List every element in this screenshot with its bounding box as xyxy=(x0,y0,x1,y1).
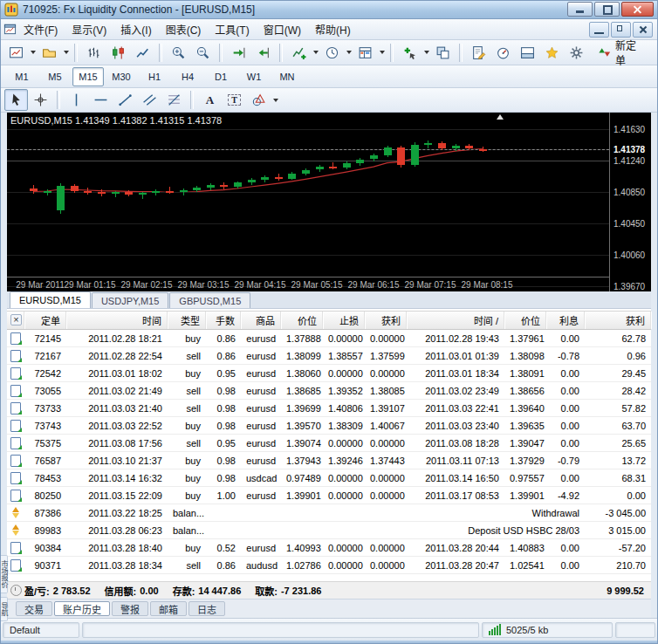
table-row[interactable]: 737332011.03.03 21:40sell0.98eurusd1.396… xyxy=(7,400,651,417)
zoom-in-button[interactable] xyxy=(167,42,190,64)
table-row[interactable]: 784532011.03.14 16:32buy0.98usdcad0.9748… xyxy=(7,469,651,487)
column-header-5[interactable]: 价位 xyxy=(281,312,323,329)
profiles-dropdown-caret[interactable] xyxy=(62,43,70,63)
add-indicator-button[interactable] xyxy=(398,42,422,64)
table-row[interactable]: 903842011.03.28 18:40buy0.52eurusd1.4099… xyxy=(7,539,651,557)
table-row[interactable]: 753752011.03.08 17:56sell0.95eurusd1.390… xyxy=(7,435,651,452)
table-row[interactable]: 721452011.02.28 18:21buy0.86eurusd1.3788… xyxy=(7,330,651,347)
minimize-button[interactable] xyxy=(567,2,593,17)
column-header-0[interactable]: 定单 xyxy=(24,312,66,329)
profiles-button[interactable] xyxy=(38,42,61,64)
table-row[interactable]: 873862011.03.22 18:25balan...Withdrawal-… xyxy=(7,504,651,522)
zoom-out-button[interactable] xyxy=(191,42,215,64)
chart-tab-gbpusd-m15[interactable]: GBPUSD,M15 xyxy=(169,292,250,308)
column-header-4[interactable]: 商品 xyxy=(241,312,281,329)
profile-indicator[interactable]: Default xyxy=(3,622,79,638)
column-header-11[interactable]: 获利 xyxy=(585,312,651,329)
bar-chart-button[interactable] xyxy=(82,42,106,64)
fibonacci-tool-button[interactable] xyxy=(162,89,186,111)
table-row[interactable]: 721672011.02.28 22:54sell0.86eurusd1.380… xyxy=(7,347,651,365)
mdi-restore-button[interactable] xyxy=(611,22,631,38)
menu-item-help[interactable]: 帮助(H) xyxy=(308,19,358,39)
table-row[interactable]: 903712011.03.28 18:34sell0.86audusd1.027… xyxy=(7,557,651,574)
periods-dropdown-caret[interactable] xyxy=(345,43,353,63)
menu-item-file[interactable]: 文件(F) xyxy=(17,19,65,39)
timeframe-h1[interactable]: H1 xyxy=(139,67,170,86)
channel-tool-button[interactable] xyxy=(138,89,161,111)
price-scale[interactable]: 1.416301.413781.412401.408501.404501.400… xyxy=(609,113,651,291)
crosshair-tool-button[interactable] xyxy=(29,89,52,111)
chart-tab-usdjpy-m15[interactable]: USDJPY,M15 xyxy=(92,292,168,308)
timeframe-w1[interactable]: W1 xyxy=(238,67,270,86)
table-row[interactable]: 725422011.03.01 18:02buy0.95eurusd1.3806… xyxy=(7,365,651,382)
menu-item-view[interactable]: 显示(V) xyxy=(65,19,113,39)
new-chart-button[interactable] xyxy=(4,42,28,64)
chart-shift-button[interactable] xyxy=(251,42,275,64)
text-tool-button[interactable]: A xyxy=(198,89,222,111)
terminal-close-button[interactable]: × xyxy=(10,314,22,325)
chart-plot[interactable] xyxy=(7,113,609,277)
column-header-8[interactable]: 时间 / xyxy=(407,312,504,329)
close-button[interactable] xyxy=(621,2,654,17)
new-chart-dropdown-caret[interactable] xyxy=(29,43,37,63)
menu-item-charts[interactable]: 图表(C) xyxy=(159,19,209,39)
table-row[interactable]: 802502011.03.15 22:09buy1.00eurusd1.3990… xyxy=(7,487,651,504)
column-header-1[interactable]: 时间 xyxy=(66,312,168,329)
add-indicator-dropdown-caret[interactable] xyxy=(422,43,430,63)
shapes-dropdown-caret[interactable] xyxy=(271,90,279,110)
auto-scroll-button[interactable] xyxy=(227,42,250,64)
timeframe-m15[interactable]: M15 xyxy=(72,67,104,86)
terminal-tab-trade[interactable]: 交易 xyxy=(16,601,52,616)
trendline-tool-button[interactable] xyxy=(113,89,137,111)
column-header-9[interactable]: 价位 xyxy=(504,312,546,329)
templates-dropdown-caret[interactable] xyxy=(378,43,386,63)
timeframe-m1[interactable]: M1 xyxy=(6,67,38,86)
terminal-tab-alerts[interactable]: 警报 xyxy=(112,601,148,616)
table-row[interactable]: 730552011.03.02 21:49sell0.98eurusd1.386… xyxy=(7,382,651,400)
mdi-close-button[interactable] xyxy=(633,22,653,38)
line-chart-button[interactable] xyxy=(131,42,154,64)
metaeditor-button[interactable] xyxy=(467,42,490,64)
time-axis[interactable]: 29 Mar 201129 Mar 01:1529 Mar 02:1529 Ma… xyxy=(7,277,609,291)
objects-list-button[interactable] xyxy=(431,42,455,64)
terminal-panel-button[interactable] xyxy=(516,42,539,64)
column-header-2[interactable]: 类型 xyxy=(168,312,206,329)
terminal-tab-journal[interactable]: 日志 xyxy=(188,601,225,616)
favorites-button[interactable] xyxy=(540,42,564,64)
column-header-10[interactable]: 利息 xyxy=(546,312,585,329)
timeframe-m5[interactable]: M5 xyxy=(39,67,71,86)
menu-item-tools[interactable]: 工具(T) xyxy=(208,19,256,39)
column-header-7[interactable]: 获利 xyxy=(365,312,407,329)
maximize-button[interactable] xyxy=(594,2,620,17)
side-tab-market-watch[interactable]: 市场报价 xyxy=(0,555,8,593)
settings-button[interactable] xyxy=(565,42,588,64)
chart-tab-eurusd-m15[interactable]: EURUSD,M15 xyxy=(10,291,91,308)
menu-item-insert[interactable]: 插入(I) xyxy=(113,19,158,39)
column-header-3[interactable]: 手数 xyxy=(206,312,241,329)
timeframe-mn[interactable]: MN xyxy=(271,67,303,86)
timeframe-m30[interactable]: M30 xyxy=(106,67,137,86)
horizontal-line-tool-button[interactable] xyxy=(89,89,113,111)
vertical-line-tool-button[interactable] xyxy=(65,89,88,111)
indicators-dropdown-caret[interactable] xyxy=(312,43,319,63)
shapes-tool-button[interactable] xyxy=(247,89,271,111)
terminal-tab-account-history[interactable]: 账户历史 xyxy=(54,601,110,616)
table-row[interactable]: 765872011.03.10 21:37buy0.98eurusd1.3794… xyxy=(7,452,651,469)
timeframe-d1[interactable]: D1 xyxy=(205,67,236,86)
templates-button[interactable] xyxy=(353,42,377,64)
strategy-tester-button[interactable] xyxy=(491,42,515,64)
timeframe-h4[interactable]: H4 xyxy=(172,67,203,86)
menu-item-window[interactable]: 窗口(W) xyxy=(257,19,308,39)
indicators-button[interactable] xyxy=(287,42,311,64)
table-row[interactable]: 899832011.03.28 06:23balan...Deposit USD… xyxy=(7,522,651,539)
side-tab-navigator[interactable]: 导航 xyxy=(0,597,8,621)
connection-status[interactable]: 5025/5 kb xyxy=(482,622,613,638)
mdi-minimize-button[interactable] xyxy=(589,22,609,38)
column-header-6[interactable]: 止损 xyxy=(323,312,365,329)
new-order-button[interactable]: 新定单 xyxy=(589,42,654,64)
cursor-tool-button[interactable] xyxy=(4,89,28,111)
candlestick-chart-button[interactable] xyxy=(106,42,130,64)
terminal-tab-mailbox[interactable]: 邮箱 xyxy=(150,601,187,616)
periods-button[interactable] xyxy=(320,42,344,64)
table-row[interactable]: 737432011.03.03 22:52buy0.98eurusd1.3957… xyxy=(7,417,651,435)
